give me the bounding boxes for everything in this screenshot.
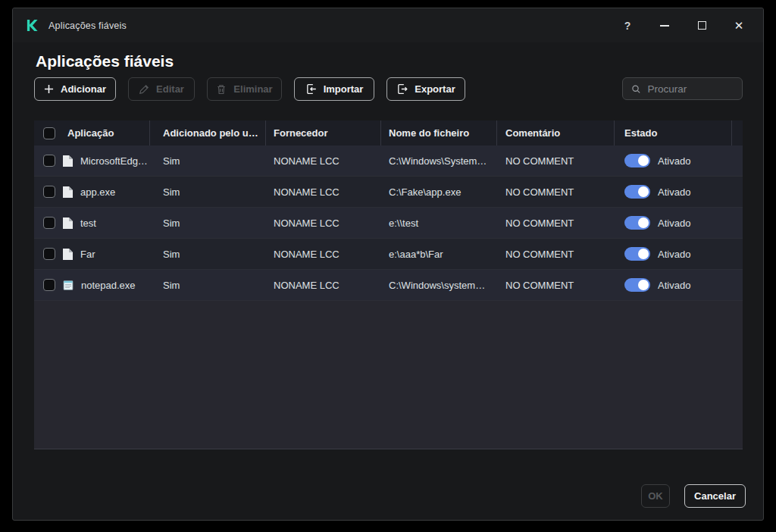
status-label: Ativado — [658, 155, 690, 167]
add-button[interactable]: Adicionar — [34, 77, 116, 101]
added-by-user: Sim — [150, 177, 266, 207]
header-filename: Nome do ficheiro — [389, 127, 469, 139]
search-icon — [631, 83, 641, 95]
maximize-button[interactable] — [690, 14, 713, 37]
comment: NO COMMENT — [497, 208, 615, 238]
vendor: NONAME LCC — [266, 270, 381, 300]
status-toggle[interactable] — [624, 247, 650, 261]
file-path: e:\aaa*b\Far — [381, 239, 497, 269]
file-path: C:\Fake\app.exe — [381, 177, 497, 207]
status-toggle[interactable] — [624, 185, 650, 199]
close-icon: ✕ — [734, 19, 744, 33]
status-toggle[interactable] — [624, 278, 650, 292]
added-by-user: Sim — [150, 146, 266, 176]
delete-button[interactable]: Eliminar — [207, 77, 282, 101]
status-toggle[interactable] — [624, 216, 650, 230]
help-button[interactable]: ? — [616, 14, 639, 37]
row-checkbox[interactable] — [43, 186, 55, 198]
ok-button[interactable]: OK — [641, 484, 670, 508]
file-path: C:\Windows\System… — [381, 146, 497, 176]
export-icon — [396, 83, 408, 95]
status-label: Ativado — [658, 280, 690, 291]
search-input[interactable] — [648, 83, 734, 95]
window-controls: ? ✕ — [602, 14, 750, 37]
app-name: test — [80, 217, 96, 229]
app-name: MicrosoftEdg… — [80, 155, 148, 167]
table-row[interactable]: app.exe Sim NONAME LCC C:\Fake\app.exe N… — [34, 177, 743, 208]
minimize-icon — [660, 25, 669, 27]
edit-button[interactable]: Editar — [128, 77, 195, 101]
notepad-icon — [62, 279, 74, 291]
table-row[interactable]: notepad.exe Sim NONAME LCC C:\Windows\sy… — [34, 270, 743, 301]
header-application: Aplicação — [67, 127, 114, 139]
page-title: Aplicações fiáveis — [36, 52, 174, 70]
header-vendor: Fornecedor — [274, 127, 328, 139]
trusted-apps-table: Aplicação Adicionado pelo u… Fornecedor … — [34, 120, 743, 449]
vendor: NONAME LCC — [266, 177, 381, 207]
status-toggle[interactable] — [624, 154, 650, 167]
comment: NO COMMENT — [497, 239, 615, 269]
close-button[interactable]: ✕ — [728, 14, 750, 37]
comment: NO COMMENT — [497, 177, 615, 207]
export-button[interactable]: Exportar — [386, 77, 465, 101]
pencil-icon — [139, 84, 149, 95]
titlebar: Aplicações fiáveis ? ✕ — [13, 8, 763, 42]
plus-icon — [44, 84, 54, 94]
file-icon — [62, 248, 74, 261]
added-by-user: Sim — [150, 239, 266, 269]
search-box[interactable] — [622, 77, 743, 100]
app-name: app.exe — [80, 186, 115, 198]
select-all-checkbox[interactable] — [43, 127, 55, 139]
table-empty-area — [34, 301, 743, 449]
vendor: NONAME LCC — [266, 146, 381, 176]
help-icon: ? — [624, 20, 631, 32]
cancel-button[interactable]: Cancelar — [684, 484, 746, 508]
header-status: Estado — [624, 127, 657, 139]
header-comment: Comentário — [505, 127, 560, 139]
import-button[interactable]: Importar — [294, 77, 374, 101]
row-checkbox[interactable] — [43, 155, 55, 167]
row-checkbox[interactable] — [43, 248, 55, 260]
app-name: Far — [80, 249, 95, 260]
import-icon — [305, 83, 317, 95]
status-label: Ativado — [658, 186, 690, 198]
header-added-by-user: Adicionado pelo u… — [163, 127, 258, 139]
app-name: notepad.exe — [81, 280, 136, 291]
comment: NO COMMENT — [497, 270, 615, 300]
row-checkbox[interactable] — [43, 279, 55, 291]
trusted-applications-window: Aplicações fiáveis ? ✕ Aplicações fiávei… — [12, 8, 764, 521]
table-row[interactable]: MicrosoftEdg… Sim NONAME LCC C:\Windows\… — [34, 146, 743, 177]
minimize-button[interactable] — [653, 14, 676, 37]
table-row[interactable]: Far Sim NONAME LCC e:\aaa*b\Far NO COMME… — [34, 239, 743, 270]
comment: NO COMMENT — [497, 146, 615, 176]
file-icon — [62, 186, 74, 199]
trash-icon — [216, 84, 227, 95]
file-path: C:\Windows\system… — [381, 270, 497, 300]
added-by-user: Sim — [150, 270, 266, 300]
file-path: e:\\test — [381, 208, 497, 238]
kaspersky-logo-icon — [26, 19, 39, 32]
file-icon — [62, 217, 74, 230]
row-checkbox[interactable] — [43, 217, 55, 229]
maximize-icon — [698, 21, 706, 30]
status-label: Ativado — [658, 217, 690, 229]
vendor: NONAME LCC — [266, 239, 381, 269]
titlebar-title: Aplicações fiáveis — [48, 20, 127, 31]
vendor: NONAME LCC — [266, 208, 381, 238]
status-label: Ativado — [658, 249, 690, 260]
file-icon — [62, 155, 74, 167]
table-header-row: Aplicação Adicionado pelo u… Fornecedor … — [34, 120, 743, 146]
table-row[interactable]: test Sim NONAME LCC e:\\test NO COMMENT … — [34, 208, 743, 239]
added-by-user: Sim — [150, 208, 266, 238]
